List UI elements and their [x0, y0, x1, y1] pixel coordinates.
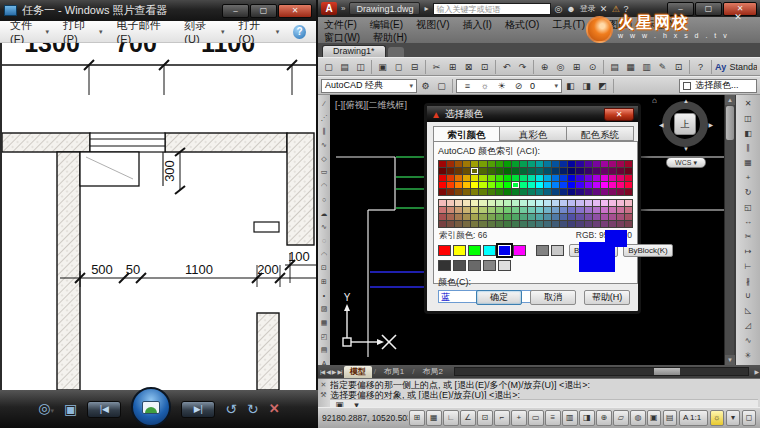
aci-color-cell[interactable] — [593, 168, 600, 174]
aci-color-cell[interactable] — [504, 182, 511, 188]
polygon-icon[interactable]: ◇ — [319, 151, 330, 165]
color-swatch[interactable] — [513, 245, 526, 256]
layer-props-icon[interactable]: ≡ — [460, 78, 475, 93]
aci-color-cell[interactable] — [520, 214, 527, 220]
dialog-titlebar[interactable]: ▲ 选择颜色 ✕ — [427, 106, 638, 122]
tab-next-icon[interactable]: ▶ — [332, 368, 336, 375]
aci-color-cell[interactable] — [568, 221, 575, 227]
insert-block-icon[interactable]: ⊡ — [319, 260, 330, 274]
aci-color-cell[interactable] — [447, 221, 454, 227]
workspace-switch-button[interactable]: ▾ — [726, 410, 740, 426]
layout-quickview-button[interactable]: ▤ — [663, 410, 677, 426]
aci-color-cell[interactable] — [528, 175, 535, 181]
command-window[interactable]: ✕ ⚒ 指定要偏移的那一侧上的点, 或 [退出(E)/多个(M)/放弃(U)] … — [318, 378, 760, 407]
aci-color-cell[interactable] — [609, 182, 616, 188]
aci-color-cell[interactable] — [601, 221, 608, 227]
offset-icon[interactable]: ∥ — [740, 140, 757, 155]
tab-color-books[interactable]: 配色系统 — [567, 126, 634, 141]
aci-color-cell[interactable] — [617, 161, 624, 167]
make-block-icon[interactable]: ⊞ — [319, 274, 330, 288]
tpy-icon[interactable]: ▥ — [562, 410, 578, 426]
help2-icon[interactable]: ? — [693, 59, 708, 74]
aci-color-cell[interactable] — [447, 189, 454, 195]
aci-color-cell[interactable] — [585, 200, 592, 206]
mline-icon[interactable]: ∥ — [319, 123, 330, 137]
help-button[interactable]: 帮助(H) — [584, 290, 630, 305]
menu-f[interactable]: 文件(F)▾ — [10, 18, 49, 45]
move-icon[interactable]: + — [740, 170, 757, 185]
designcenter-icon[interactable]: ▦ — [623, 59, 638, 74]
aci-color-cell[interactable] — [447, 214, 454, 220]
array-icon[interactable]: ▦ — [740, 155, 757, 170]
markup-icon[interactable]: ✎ — [655, 59, 670, 74]
aci-color-cell[interactable] — [471, 189, 478, 195]
aci-color-cell[interactable] — [601, 182, 608, 188]
aci-color-cell[interactable] — [625, 161, 632, 167]
aci-color-cell[interactable] — [455, 189, 462, 195]
search-binoculars-icon[interactable]: ◎ — [555, 4, 563, 14]
tab-index-color[interactable]: 索引颜色 — [433, 126, 500, 142]
aci-color-cell[interactable] — [455, 168, 462, 174]
aci-color-cell[interactable] — [544, 221, 551, 227]
fillet-icon[interactable]: ◿ — [740, 318, 757, 333]
aci-color-cell[interactable] — [528, 189, 535, 195]
aci-color-cell[interactable] — [463, 221, 470, 227]
aci-color-cell[interactable] — [625, 175, 632, 181]
aci-color-cell[interactable] — [512, 189, 519, 195]
bulb-icon[interactable]: ☼ — [477, 78, 492, 93]
help-icon[interactable]: ? — [293, 25, 306, 39]
aci-color-cell[interactable] — [471, 214, 478, 220]
vertical-scroll-thumb[interactable] — [726, 106, 734, 140]
slideshow-button[interactable] — [131, 387, 171, 427]
aci-color-cell[interactable] — [536, 207, 543, 213]
aci-color-cell[interactable] — [496, 207, 503, 213]
aci-color-cell[interactable] — [585, 161, 592, 167]
viewcube-home-icon[interactable]: ⌂ — [652, 96, 657, 105]
aci-color-cell[interactable] — [601, 161, 608, 167]
viewport-label[interactable]: [-][俯视][二维线框] — [335, 99, 407, 112]
aci-color-cell[interactable] — [512, 161, 519, 167]
tab-layout1[interactable]: 布局1 — [378, 366, 410, 378]
aci-color-cell[interactable] — [528, 161, 535, 167]
rotate-icon[interactable]: ↻ — [740, 185, 757, 200]
copy-obj-icon[interactable]: ◫ — [740, 111, 757, 126]
aci-color-cell[interactable] — [568, 214, 575, 220]
fit-to-window-icon[interactable]: ▣ — [64, 401, 77, 417]
otrack-icon[interactable]: ⌐ — [494, 410, 510, 426]
aci-color-cell[interactable] — [593, 189, 600, 195]
aci-color-cell[interactable] — [512, 207, 519, 213]
aci-color-cell[interactable] — [528, 221, 535, 227]
aci-color-cell[interactable] — [520, 200, 527, 206]
aci-color-cell[interactable] — [601, 214, 608, 220]
zoom-window-icon[interactable]: ⊞ — [569, 59, 584, 74]
aci-color-cell[interactable] — [496, 182, 503, 188]
aci-color-cell[interactable] — [625, 200, 632, 206]
command-close-icon[interactable]: ✕ — [321, 381, 327, 389]
osnap-icon[interactable]: ⊡ — [477, 410, 493, 426]
aci-color-cell[interactable] — [496, 161, 503, 167]
paste-icon[interactable]: ⊠ — [461, 59, 476, 74]
color-swatch[interactable] — [536, 245, 549, 256]
ducs-icon[interactable]: + — [511, 410, 527, 426]
aci-color-cell[interactable] — [552, 161, 559, 167]
aci-color-cell[interactable] — [560, 207, 567, 213]
join-icon[interactable]: ∪ — [740, 288, 757, 303]
publish-icon[interactable]: ⊟ — [407, 59, 422, 74]
aci-color-cell[interactable] — [536, 214, 543, 220]
lwt-icon[interactable]: ≡ — [545, 410, 561, 426]
aci-color-cell[interactable] — [560, 189, 567, 195]
aci-color-cell[interactable] — [593, 221, 600, 227]
menu-i[interactable]: 插入(I) — [462, 18, 491, 32]
color-swatch[interactable] — [453, 245, 466, 256]
mirror-icon[interactable]: ◧ — [740, 126, 757, 141]
aci-color-cell[interactable] — [552, 168, 559, 174]
gear-icon[interactable]: ⚙ — [418, 78, 433, 93]
aci-color-cell[interactable] — [439, 200, 446, 206]
color-swatch[interactable] — [438, 245, 451, 256]
aci-color-cell[interactable] — [617, 175, 624, 181]
aci-color-cell[interactable] — [544, 189, 551, 195]
aci-color-cell[interactable] — [447, 207, 454, 213]
aci-color-cell[interactable] — [488, 214, 495, 220]
aci-color-cell[interactable] — [455, 207, 462, 213]
aci-color-cell[interactable] — [593, 161, 600, 167]
